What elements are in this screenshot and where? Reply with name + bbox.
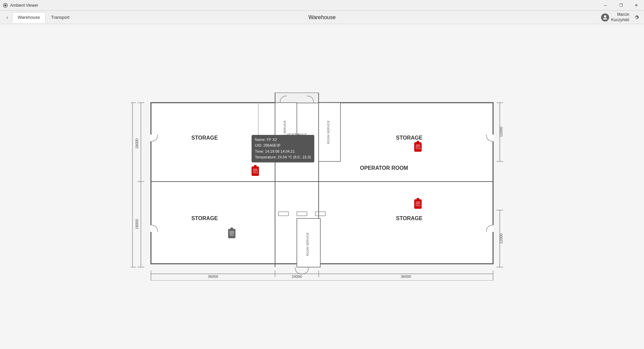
sensor-label: TRx2 — [415, 204, 421, 207]
sensor-tr[interactable]: TRx2 — [414, 142, 422, 152]
window-controls: ─ ❐ ✕ — [598, 0, 644, 11]
sensor-body: TRx2 — [414, 199, 422, 209]
svg-text:ROOM SERVICE: ROOM SERVICE — [306, 233, 309, 256]
sensor-label: TRv — [230, 234, 234, 236]
minimize-button[interactable]: ─ — [598, 0, 613, 11]
sensor-lines — [416, 145, 420, 147]
sensor-line — [253, 171, 258, 171]
nav-right-section: MarcinKuczyński — [601, 12, 641, 22]
svg-text:ROOM SERVICE: ROOM SERVICE — [327, 120, 330, 144]
sensor-line — [416, 202, 420, 202]
sensor-lines — [229, 231, 234, 234]
svg-point-1 — [4, 4, 6, 6]
sensor-body: TRx2 — [252, 166, 259, 176]
tab-warehouse[interactable]: Warehouse — [12, 12, 46, 23]
tab-transport[interactable]: Transport — [46, 12, 75, 23]
floorplan-svg: STORAGE STORAGE STORAGE STORAGE VESTIBUL… — [131, 93, 513, 281]
settings-button[interactable] — [632, 13, 641, 22]
sensor-line — [416, 147, 420, 147]
app-icon — [3, 3, 8, 8]
sensor-line — [416, 145, 420, 145]
svg-text:STORAGE: STORAGE — [396, 135, 423, 141]
svg-text:STORAGE: STORAGE — [396, 215, 423, 221]
page-title: Warehouse — [308, 14, 335, 20]
sensor-label: TRx2 — [415, 147, 421, 150]
sensor-line — [416, 203, 420, 203]
title-bar: Ambient Viewer ─ ❐ ✕ — [0, 0, 644, 11]
sensor-line — [416, 204, 420, 204]
close-button[interactable]: ✕ — [629, 0, 644, 11]
sensor-body: TRv — [228, 229, 235, 238]
user-info: MarcinKuczyński — [601, 12, 629, 22]
svg-text:18000: 18000 — [135, 219, 139, 230]
sensor-ff-x2[interactable]: Name: FF X2 UID: 286A0E3F Time: 14:19:08… — [252, 166, 259, 176]
back-button[interactable]: ‹ — [3, 13, 12, 22]
svg-text:12000: 12000 — [499, 127, 503, 137]
svg-text:18000: 18000 — [135, 139, 139, 149]
sensor-line — [416, 146, 420, 146]
user-name: MarcinKuczyński — [611, 12, 629, 22]
sensor-body: TRx2 — [414, 142, 422, 152]
sensor-line — [253, 170, 258, 170]
svg-text:ROOM SERVICE: ROOM SERVICE — [283, 120, 286, 144]
svg-text:STORAGE: STORAGE — [192, 215, 218, 221]
svg-point-2 — [604, 15, 606, 17]
main-content: STORAGE STORAGE STORAGE STORAGE VESTIBUL… — [0, 24, 644, 349]
svg-text:36000: 36000 — [208, 275, 218, 279]
sensor-line — [253, 169, 258, 169]
sensor-line — [229, 232, 234, 233]
nav-bar: ‹ Warehouse Transport Warehouse MarcinKu… — [0, 11, 644, 24]
svg-text:12000: 12000 — [499, 234, 503, 244]
sensor-lines — [253, 169, 258, 171]
sensor-label: TRx2 — [253, 171, 258, 174]
app-title: Ambient Viewer — [10, 3, 38, 8]
svg-text:36000: 36000 — [401, 275, 411, 279]
svg-text:VESTIBULE: VESTIBULE — [287, 133, 307, 137]
restore-button[interactable]: ❐ — [613, 0, 629, 11]
sensor-lines — [416, 202, 420, 204]
sensor-line — [229, 231, 234, 232]
sensor-line — [229, 233, 234, 234]
svg-text:24000: 24000 — [292, 275, 302, 279]
svg-text:OPERATOR ROOM: OPERATOR ROOM — [360, 165, 408, 171]
floorplan: STORAGE STORAGE STORAGE STORAGE VESTIBUL… — [131, 93, 513, 281]
svg-text:STORAGE: STORAGE — [192, 135, 218, 141]
sensor-bl[interactable]: TRv — [228, 229, 235, 238]
avatar — [601, 13, 609, 21]
sensor-mid-right[interactable]: TRx2 — [414, 199, 422, 209]
